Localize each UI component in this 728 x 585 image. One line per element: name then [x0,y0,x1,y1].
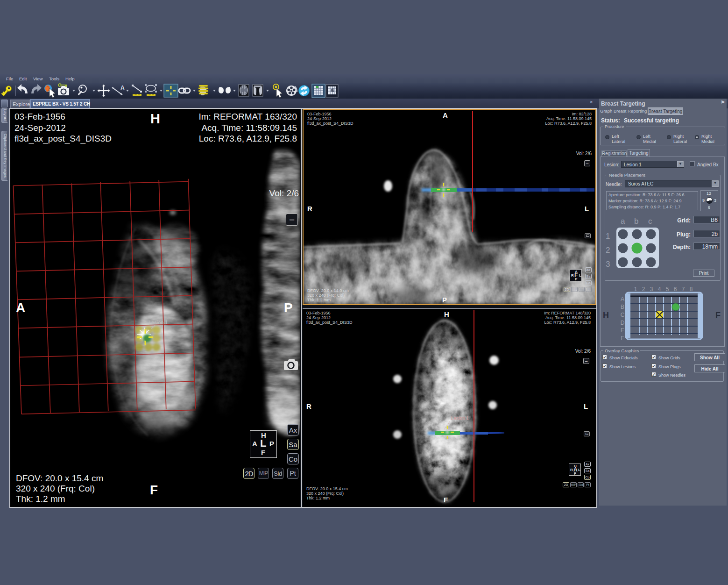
svg-text:3: 3 [650,286,653,292]
svg-text:C: C [621,312,625,318]
svg-text:D: D [621,320,625,326]
svg-text:8: 8 [690,286,693,292]
svg-text:A: A [621,296,624,302]
svg-text:Lesion 1: Lesion 1 [148,320,168,325]
svg-text:4: 4 [658,286,661,292]
svg-text:6: 6 [674,286,677,292]
svg-text:Lesion 1: Lesion 1 [451,416,469,421]
svg-text:F: F [621,335,624,342]
svg-text:B: B [621,304,624,310]
svg-text:E: E [621,327,624,334]
svg-text:1: 1 [634,286,637,292]
svg-text:2: 2 [642,286,645,292]
svg-text:A: A [120,85,125,91]
svg-text:5: 5 [666,286,669,292]
svg-text:7: 7 [682,286,685,292]
